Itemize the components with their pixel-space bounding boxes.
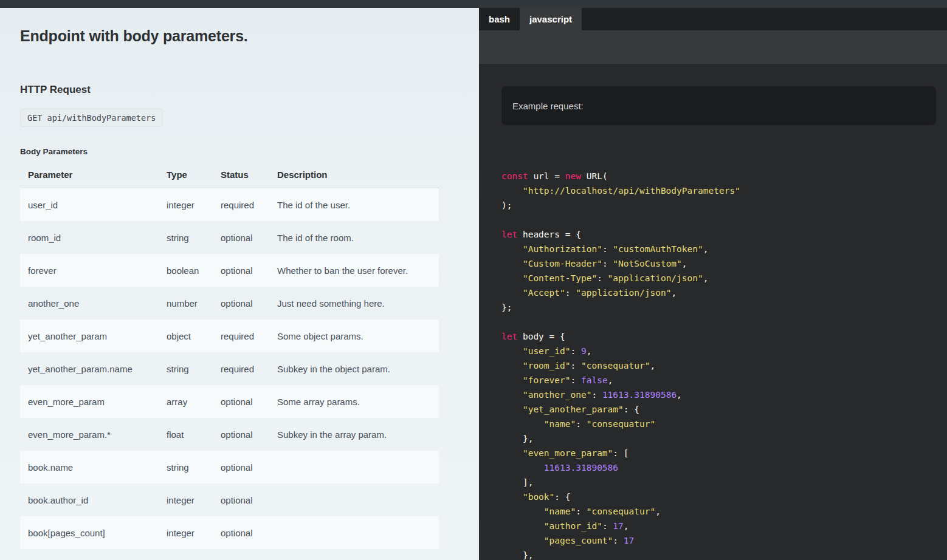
table-cell: number: [159, 287, 213, 319]
table-cell: required: [213, 188, 269, 222]
code-examples-panel: bashjavascript Example request: const ur…: [479, 8, 947, 560]
table-cell: object: [159, 319, 213, 352]
column-header: Parameter: [20, 162, 159, 188]
code-line: "name": "consequatur": [501, 417, 947, 431]
table-cell: [269, 451, 439, 483]
table-row: even_more_paramarrayoptionalSome array p…: [20, 385, 439, 418]
table-cell: optional: [213, 221, 269, 254]
code-line: [501, 315, 947, 329]
tabbar-band: [479, 30, 947, 64]
table-cell: string: [159, 221, 213, 254]
code-line: 11613.31890586: [501, 460, 947, 475]
table-header-row: ParameterTypeStatusDescription: [20, 162, 439, 188]
table-cell: even_more_param: [20, 385, 159, 418]
table-cell: optional: [213, 418, 269, 451]
example-request-box: Example request:: [501, 86, 936, 125]
page-title: Endpoint with body parameters.: [20, 27, 459, 45]
code-block: const url = new URL( "http://localhost/a…: [479, 169, 947, 560]
table-cell: optional: [213, 254, 269, 287]
table-cell: optional: [213, 483, 269, 516]
tab-javascript[interactable]: javascript: [520, 8, 582, 30]
code-line: "Content-Type": "application/json",: [501, 271, 947, 285]
table-row: foreverbooleanoptionalWhether to ban the…: [20, 254, 439, 287]
column-header: Type: [159, 162, 213, 188]
docs-content-panel: Endpoint with body parameters. HTTP Requ…: [0, 8, 479, 560]
code-line: "room_id": "consequatur",: [501, 358, 947, 373]
table-cell: The id of the user.: [269, 188, 439, 222]
tab-bash[interactable]: bash: [479, 8, 520, 30]
table-cell: book.name: [20, 451, 159, 483]
table-row: book[pages_count]integeroptional: [20, 516, 439, 549]
table-cell: Some array params.: [269, 385, 439, 418]
code-line: },: [501, 431, 947, 446]
code-line: let headers = {: [501, 227, 947, 242]
code-line: "Accept": "application/json",: [501, 285, 947, 300]
table-cell: Just need something here.: [269, 287, 439, 319]
table-cell: forever: [20, 254, 159, 287]
table-cell: integer: [159, 188, 213, 222]
code-line: },: [501, 548, 947, 560]
code-line: ],: [501, 475, 947, 490]
code-line: [501, 213, 947, 227]
code-line: "Authorization": "customAuthToken",: [501, 242, 947, 256]
table-row: user_idintegerrequiredThe id of the user…: [20, 188, 439, 222]
language-tabbar: bashjavascript: [479, 8, 947, 30]
endpoint-method-badge: GET api/withBodyParameters: [20, 109, 163, 127]
table-cell: boolean: [159, 254, 213, 287]
code-line: "http://localhost/api/withBodyParameters…: [501, 183, 947, 198]
example-request-label: Example request:: [512, 101, 584, 111]
table-row: yet_another_param.namestringrequiredSubk…: [20, 352, 439, 385]
table-cell: integer: [159, 483, 213, 516]
table-row: book.author_idintegeroptional: [20, 483, 439, 516]
table-cell: string: [159, 352, 213, 385]
table-cell: The id of the room.: [269, 221, 439, 254]
table-cell: Subkey in the array param.: [269, 418, 439, 451]
body-parameters-label: Body Parameters: [20, 147, 459, 156]
table-row: book.namestringoptional: [20, 451, 439, 483]
table-cell: book.author_id: [20, 483, 159, 516]
code-line: "name": "consequatur",: [501, 504, 947, 519]
table-cell: integer: [159, 516, 213, 549]
code-line: "user_id": 9,: [501, 344, 947, 358]
code-line: "author_id": 17,: [501, 519, 947, 533]
table-cell: Whether to ban the user forever.: [269, 254, 439, 287]
body-params-table: ParameterTypeStatusDescription user_idin…: [20, 162, 439, 549]
table-row: room_idstringoptionalThe id of the room.: [20, 221, 439, 254]
code-line: "yet_another_param": {: [501, 402, 947, 417]
http-request-heading: HTTP Request: [20, 84, 459, 96]
column-header: Status: [213, 162, 269, 188]
table-cell: optional: [213, 451, 269, 483]
table-cell: optional: [213, 287, 269, 319]
table-cell: optional: [213, 516, 269, 549]
table-row: yet_another_paramobjectrequiredSome obje…: [20, 319, 439, 352]
table-cell: string: [159, 451, 213, 483]
table-cell: array: [159, 385, 213, 418]
table-cell: [269, 483, 439, 516]
code-line: "another_one": 11613.31890586,: [501, 388, 947, 402]
code-line: "forever": false,: [501, 373, 947, 388]
table-cell: Subkey in the object param.: [269, 352, 439, 385]
table-cell: yet_another_param.name: [20, 352, 159, 385]
table-cell: yet_another_param: [20, 319, 159, 352]
table-cell: Some object params.: [269, 319, 439, 352]
table-cell: room_id: [20, 221, 159, 254]
table-cell: optional: [213, 385, 269, 418]
table-cell: book[pages_count]: [20, 516, 159, 549]
code-line: );: [501, 198, 947, 213]
table-row: even_more_param.*floatoptionalSubkey in …: [20, 418, 439, 451]
table-cell: another_one: [20, 287, 159, 319]
table-row: another_onenumberoptionalJust need somet…: [20, 287, 439, 319]
code-line: };: [501, 300, 947, 315]
code-line: const url = new URL(: [501, 169, 947, 183]
table-cell: float: [159, 418, 213, 451]
table-cell: even_more_param.*: [20, 418, 159, 451]
table-cell: required: [213, 319, 269, 352]
code-line: "even_more_param": [: [501, 446, 947, 460]
code-line: let body = {: [501, 329, 947, 344]
code-line: "Custom-Header": "NotSoCustom",: [501, 256, 947, 271]
column-header: Description: [269, 162, 439, 188]
code-line: "book": {: [501, 490, 947, 504]
table-cell: user_id: [20, 188, 159, 222]
top-bar: [0, 0, 947, 8]
table-cell: required: [213, 352, 269, 385]
